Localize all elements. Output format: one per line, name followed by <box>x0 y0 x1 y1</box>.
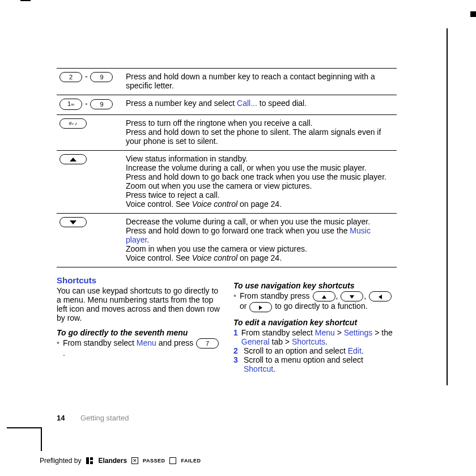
key-icon: #⌐♪ <box>60 118 87 129</box>
key-cell <box>57 151 124 214</box>
page-number: 14 <box>57 414 65 422</box>
key-function-table: 2 - 9Press and hold down a number key to… <box>57 68 397 267</box>
nav-down-icon <box>341 291 363 301</box>
table-row: 2 - 9Press and hold down a number key to… <box>57 69 397 95</box>
manual-page: 2 - 9Press and hold down a number key to… <box>57 68 397 373</box>
key-icon: 1∞ <box>60 99 82 110</box>
description-cell: Press a number key and select Call... to… <box>124 95 397 115</box>
use-nav-step: • From standby press , , or to go direct… <box>233 291 397 312</box>
svg-marker-4 <box>379 295 382 299</box>
crop-mark-top-right <box>470 11 476 17</box>
right-column: To use navigation key shortcuts • From s… <box>233 275 397 373</box>
svg-marker-2 <box>322 295 326 299</box>
seventh-menu-step: • From standby select Menu and press 7 . <box>57 338 220 358</box>
svg-rect-6 <box>86 457 89 464</box>
edit-nav-heading: To edit a navigation key shortcut <box>233 318 397 327</box>
key-icon <box>60 154 87 164</box>
table-row: Decrease the volume during a call, or wh… <box>57 214 397 267</box>
description-cell: Decrease the volume during a call, or wh… <box>124 214 397 267</box>
table-row: #⌐♪Press to turn off the ringtone when y… <box>57 115 397 151</box>
key-icon <box>60 217 87 227</box>
elanders-logo-icon <box>86 457 94 465</box>
crop-mark-right <box>447 28 448 385</box>
key-cell: 2 - 9 <box>57 69 124 95</box>
nav-right-icon <box>249 302 272 312</box>
svg-rect-8 <box>90 461 93 464</box>
key-cell: 1∞ - 9 <box>57 95 124 115</box>
shortcuts-heading: Shortcuts <box>57 275 220 285</box>
section-name: Getting started <box>80 414 129 422</box>
crop-mark-bottom-h <box>7 427 41 428</box>
svg-marker-3 <box>350 295 354 299</box>
key-icon: 2 <box>60 72 82 82</box>
svg-marker-0 <box>70 158 76 162</box>
page-footer: 14 Getting started <box>57 414 129 422</box>
seventh-menu-heading: To go directly to the seventh menu <box>57 328 220 337</box>
description-cell: Press and hold down a number key to reac… <box>124 69 397 95</box>
key-7: 7 <box>196 338 219 348</box>
step-3: 3 Scroll to a menu option and select Sho… <box>233 355 397 373</box>
preflight-stamp: Preflighted by Elanders ✕PASSED FAILED <box>40 457 201 465</box>
table-row: 1∞ - 9Press a number key and select Call… <box>57 95 397 115</box>
svg-marker-5 <box>259 305 262 310</box>
key-icon: 9 <box>90 72 113 82</box>
use-nav-heading: To use navigation key shortcuts <box>233 281 397 290</box>
crop-mark-bottom-v <box>41 427 42 451</box>
step-2: 2 Scroll to an option and select Edit. <box>233 346 397 355</box>
menu-link: Menu <box>137 338 156 347</box>
svg-rect-7 <box>90 457 93 460</box>
key-icon: 9 <box>90 99 113 109</box>
bullet-icon: • <box>57 338 60 358</box>
shortcuts-intro: You can use keypad shortcuts to go direc… <box>57 286 220 322</box>
description-cell: View status information in standby.Incre… <box>124 151 397 214</box>
failed-checkbox-icon <box>169 457 176 464</box>
key-cell <box>57 214 124 267</box>
step-1: 1 From standby select Menu > Settings > … <box>233 328 397 346</box>
key-cell: #⌐♪ <box>57 115 124 151</box>
left-column: Shortcuts You can use keypad shortcuts t… <box>57 275 220 373</box>
crop-mark-top-left <box>20 0 31 1</box>
svg-marker-1 <box>70 220 76 224</box>
nav-up-icon <box>313 291 335 301</box>
description-cell: Press to turn off the ringtone when you … <box>124 115 397 151</box>
nav-left-icon <box>369 291 392 301</box>
bullet-icon: • <box>233 291 236 312</box>
table-row: View status information in standby.Incre… <box>57 151 397 214</box>
passed-checkbox-icon: ✕ <box>131 457 138 464</box>
